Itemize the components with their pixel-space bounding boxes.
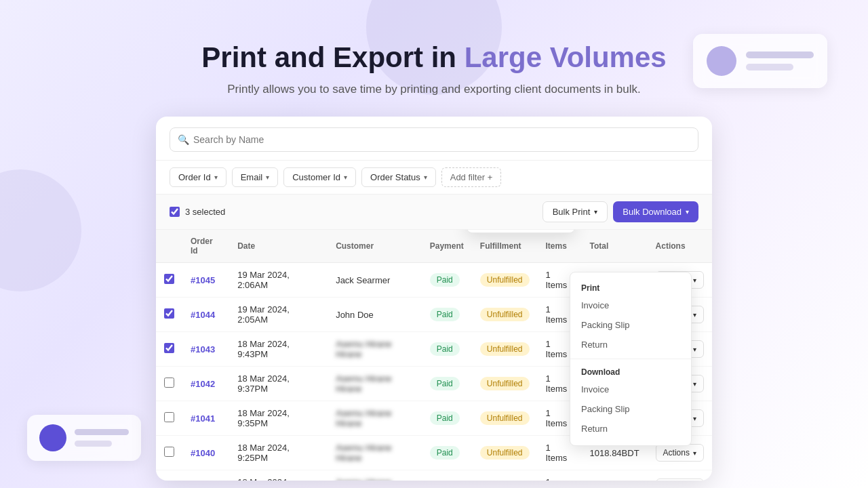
row-payment: Paid bbox=[422, 367, 472, 401]
row-payment: Paid bbox=[422, 332, 472, 367]
bulk-print-button[interactable]: Bulk Print ▾ bbox=[542, 201, 608, 222]
action-download-return[interactable]: Return bbox=[570, 419, 691, 439]
row-payment: Paid bbox=[422, 436, 472, 470]
order-link[interactable]: #1044 bbox=[191, 310, 215, 320]
fulfillment-badge: Unfulfilled bbox=[480, 342, 530, 356]
row-fulfillment: Unfulfilled bbox=[472, 367, 538, 401]
row-fulfillment: Unfulfilled bbox=[472, 332, 538, 367]
chevron-down-icon: ▾ bbox=[693, 311, 696, 319]
row-checkbox-cell bbox=[156, 401, 182, 436]
row-order-id: #1044 bbox=[182, 298, 229, 332]
row-checkbox-cell bbox=[156, 470, 182, 481]
selected-count: 3 selected bbox=[170, 207, 225, 217]
fulfillment-badge: Unfulfilled bbox=[480, 377, 530, 390]
row-fulfillment: Unfulfilled bbox=[472, 436, 538, 470]
fulfillment-badge: Unfulfilled bbox=[480, 273, 530, 287]
row-checkbox[interactable] bbox=[164, 378, 174, 388]
row-date: 19 Mar 2024, 2:06AM bbox=[229, 263, 328, 298]
th-checkbox bbox=[156, 230, 182, 263]
chevron-down-icon: ▾ bbox=[693, 415, 696, 422]
actions-button[interactable]: Actions ▾ bbox=[656, 444, 704, 462]
chevron-down-icon: ▾ bbox=[594, 208, 597, 216]
order-link[interactable]: #1043 bbox=[191, 344, 215, 354]
content-area: 🔍 Order Id ▾ Email ▾ Customer Id ▾ Order… bbox=[0, 117, 868, 481]
print-section-title: Print bbox=[570, 279, 691, 296]
row-checkbox[interactable] bbox=[164, 343, 174, 353]
bulk-print-dropdown: Invoice Return Packaging Slip bbox=[467, 230, 575, 233]
actions-dropdown: Print Invoice Packing Slip Return Downlo… bbox=[570, 272, 692, 446]
add-filter-button[interactable]: Add filter + bbox=[441, 167, 502, 187]
action-print-invoice[interactable]: Invoice bbox=[570, 296, 691, 315]
row-payment: Paid bbox=[422, 263, 472, 298]
chevron-down-icon: ▾ bbox=[693, 277, 696, 284]
row-checkbox[interactable] bbox=[164, 308, 174, 319]
fulfillment-badge: Unfulfilled bbox=[480, 411, 530, 425]
fulfillment-badge: Unfulfilled bbox=[480, 446, 530, 460]
row-checkbox-cell bbox=[156, 367, 182, 401]
row-order-id: #1045 bbox=[182, 263, 229, 298]
action-download-packing-slip[interactable]: Packing Slip bbox=[570, 399, 691, 419]
actions-bar: 3 selected Bulk Print ▾ Bulk Download ▾ bbox=[156, 195, 712, 230]
row-actions: Actions ▾ bbox=[648, 470, 712, 481]
order-id-filter[interactable]: Order Id ▾ bbox=[170, 167, 226, 187]
row-checkbox-cell bbox=[156, 263, 182, 298]
row-date: 19 Mar 2024, 2:05AM bbox=[229, 298, 328, 332]
row-fulfillment: Unfulfilled bbox=[472, 470, 538, 481]
row-checkbox-cell bbox=[156, 436, 182, 470]
action-print-packing-slip[interactable]: Packing Slip bbox=[570, 315, 691, 335]
row-payment: Paid bbox=[422, 401, 472, 436]
page-title: Print and Export in Large Volumes bbox=[14, 41, 854, 75]
row-date: 18 Mar 2024, 9:43PM bbox=[229, 332, 328, 367]
download-section-title: Download bbox=[570, 363, 691, 380]
actions-label: Actions bbox=[663, 448, 690, 458]
order-link[interactable]: #1042 bbox=[191, 379, 215, 389]
dropdown-divider bbox=[570, 359, 691, 359]
payment-badge: Paid bbox=[430, 308, 460, 321]
chevron-down-icon: ▾ bbox=[693, 449, 696, 457]
row-checkbox-cell bbox=[156, 332, 182, 367]
payment-badge: Paid bbox=[430, 446, 460, 460]
search-input-wrapper: 🔍 bbox=[170, 127, 698, 152]
th-fulfillment: Fulfillment bbox=[472, 230, 538, 263]
search-input[interactable] bbox=[170, 127, 698, 152]
row-payment: Paid bbox=[422, 470, 472, 481]
table-header-row: Order Id Date Customer Payment Fulfillme… bbox=[156, 230, 712, 263]
actions-button[interactable]: Actions ▾ bbox=[656, 479, 704, 481]
th-order-id: Order Id bbox=[182, 230, 229, 263]
order-link[interactable]: #1040 bbox=[191, 448, 215, 458]
order-status-filter[interactable]: Order Status ▾ bbox=[361, 167, 436, 187]
table-row: #1039 18 Mar 2024, 9:24PM Asemu Hirane H… bbox=[156, 470, 712, 481]
row-checkbox[interactable] bbox=[164, 447, 174, 457]
email-filter[interactable]: Email ▾ bbox=[232, 167, 279, 187]
select-all-checkbox[interactable] bbox=[170, 207, 180, 217]
page-subtitle: Printly allows you to save time by print… bbox=[14, 83, 854, 96]
customer-id-filter[interactable]: Customer Id ▾ bbox=[283, 167, 356, 187]
row-checkbox[interactable] bbox=[164, 274, 174, 284]
chevron-down-icon: ▾ bbox=[266, 174, 269, 181]
chevron-down-icon: ▾ bbox=[693, 346, 696, 353]
row-order-id: #1040 bbox=[182, 436, 229, 470]
row-total: 1018.84BDT bbox=[582, 470, 648, 481]
row-order-id: #1039 bbox=[182, 470, 229, 481]
row-order-id: #1042 bbox=[182, 367, 229, 401]
row-customer: Asemu Hirane Hirane bbox=[328, 332, 422, 367]
payment-badge: Paid bbox=[430, 411, 460, 425]
table-container: 🔍 Order Id ▾ Email ▾ Customer Id ▾ Order… bbox=[156, 117, 712, 481]
row-checkbox[interactable] bbox=[164, 412, 174, 422]
order-link[interactable]: #1045 bbox=[191, 275, 215, 285]
row-order-id: #1041 bbox=[182, 401, 229, 436]
payment-badge: Paid bbox=[430, 377, 460, 390]
order-link[interactable]: #1041 bbox=[191, 413, 215, 424]
row-items: 1 Items bbox=[538, 470, 582, 481]
row-payment: Paid bbox=[422, 298, 472, 332]
row-customer: Asemu Hirane Hirane bbox=[328, 367, 422, 401]
th-payment: Payment bbox=[422, 230, 472, 263]
chevron-down-icon: ▾ bbox=[686, 208, 689, 216]
row-checkbox-cell bbox=[156, 298, 182, 332]
action-download-invoice[interactable]: Invoice bbox=[570, 380, 691, 399]
bulk-download-button[interactable]: Bulk Download ▾ bbox=[613, 201, 698, 222]
search-bar: 🔍 bbox=[156, 117, 712, 161]
row-customer: Asemu Hirane Hirane bbox=[328, 470, 422, 481]
action-print-return[interactable]: Return bbox=[570, 335, 691, 354]
th-customer: Customer bbox=[328, 230, 422, 263]
